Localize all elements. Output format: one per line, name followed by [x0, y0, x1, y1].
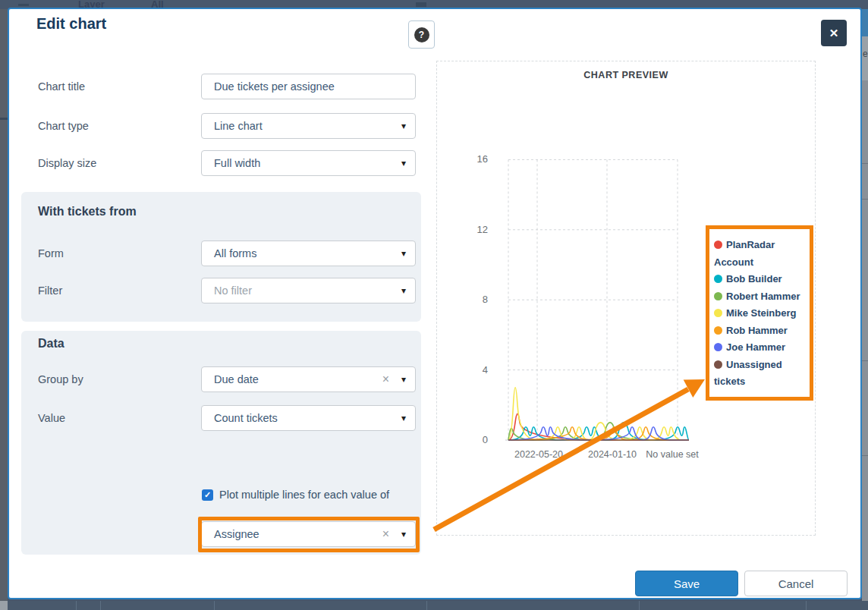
y-axis-tick-label: 0 — [454, 434, 488, 445]
background-fragment — [862, 9, 868, 36]
chevron-down-icon: ▾ — [401, 114, 406, 138]
y-axis-tick-label: 16 — [454, 153, 488, 165]
modal-title: Edit chart — [36, 15, 106, 33]
background-divider — [806, 601, 807, 610]
chart-preview-title: CHART PREVIEW — [436, 70, 816, 80]
legend-label: Unassigned tickets — [714, 359, 782, 388]
plot-multiple-lines-checkbox[interactable]: ✓ — [202, 489, 213, 501]
legend-color-dot — [714, 326, 722, 335]
clear-icon[interactable]: × — [382, 522, 389, 546]
clear-icon[interactable]: × — [382, 367, 389, 391]
assignee-select[interactable]: Assignee × ▾ — [201, 521, 416, 547]
filter-placeholder: No filter — [214, 285, 252, 297]
background-divider — [862, 455, 868, 456]
value-label: Value — [38, 405, 65, 431]
group-by-label: Group by — [38, 366, 83, 392]
chart-legend-highlight-annotation: PlanRadar AccountBob BuilderRobert Hamme… — [706, 225, 813, 401]
chevron-down-icon: ▾ — [401, 406, 406, 430]
background-divider — [0, 118, 8, 120]
legend-label: PlanRadar Account — [714, 239, 775, 268]
chart-title-input[interactable] — [201, 74, 416, 99]
filter-label: Filter — [38, 278, 62, 303]
legend-label: Bob Builder — [726, 273, 782, 285]
legend-item: Joe Hammer — [714, 339, 805, 357]
legend-item: Robert Hammer — [714, 288, 805, 306]
background-icon-fragment — [18, 4, 29, 6]
chart-type-select[interactable]: Line chart ▾ — [201, 113, 416, 139]
form-value: All forms — [214, 247, 256, 259]
value-select[interactable]: Count tickets ▾ — [201, 405, 416, 431]
legend-label: Rob Hammer — [726, 325, 788, 336]
display-size-value: Full width — [214, 157, 260, 169]
cancel-button[interactable]: Cancel — [744, 571, 848, 596]
chevron-down-icon: ▾ — [401, 278, 406, 303]
display-size-label: Display size — [38, 150, 96, 176]
background-divider — [214, 601, 215, 610]
chart-type-value: Line chart — [214, 120, 263, 132]
background-divider — [100, 601, 101, 610]
background-divider — [862, 360, 868, 361]
legend-color-dot — [714, 275, 722, 283]
filter-select[interactable]: No filter ▾ — [201, 278, 416, 303]
chevron-down-icon: ▾ — [401, 151, 406, 175]
y-axis-tick-label: 8 — [454, 294, 488, 305]
background-fragment — [0, 601, 8, 610]
value-value: Count tickets — [214, 412, 278, 424]
background-divider — [76, 601, 77, 610]
x-axis-tick-label: No value set — [627, 449, 718, 460]
plot-multiple-lines-label: Plot multiple lines for each value of — [219, 489, 389, 501]
group-by-select[interactable]: Due date × ▾ — [201, 366, 416, 392]
background-icon-fragment — [416, 2, 426, 7]
legend-label: Joe Hammer — [726, 341, 785, 353]
help-button[interactable]: ? — [408, 20, 435, 49]
y-axis-tick-label: 4 — [454, 364, 488, 376]
legend-item: Mike Steinberg — [714, 305, 805, 322]
cancel-button-label: Cancel — [778, 577, 814, 590]
chevron-down-icon: ▾ — [401, 522, 406, 546]
y-axis-tick-label: 12 — [454, 224, 488, 235]
background-divider — [862, 163, 868, 164]
background-right-strip: e — [862, 9, 868, 601]
legend-color-dot — [714, 309, 722, 317]
screenshot-root: Layer All e Edit chart ? ✕ Chart title C… — [0, 0, 868, 610]
checkmark-icon: ✓ — [204, 490, 211, 499]
legend-color-dot — [714, 292, 722, 300]
background-divider — [639, 601, 640, 610]
chart-title-label: Chart title — [38, 74, 85, 99]
background-divider — [426, 601, 427, 610]
chevron-down-icon: ▾ — [401, 367, 406, 391]
legend-item: Bob Builder — [714, 271, 805, 288]
chevron-down-icon: ▾ — [401, 241, 406, 266]
close-icon: ✕ — [829, 27, 839, 40]
close-button[interactable]: ✕ — [821, 20, 847, 46]
form-label: Form — [38, 241, 64, 266]
question-mark-icon: ? — [414, 27, 429, 42]
legend-item: Rob Hammer — [714, 322, 805, 340]
save-button[interactable]: Save — [635, 571, 738, 596]
with-tickets-from-heading: With tickets from — [38, 205, 137, 219]
legend-label: Robert Hammer — [726, 291, 800, 302]
display-size-select[interactable]: Full width ▾ — [201, 150, 416, 176]
legend-color-dot — [714, 241, 722, 249]
legend-label: Mike Steinberg — [726, 307, 796, 319]
chart-type-label: Chart type — [38, 113, 89, 139]
save-button-label: Save — [674, 577, 700, 590]
legend-item: PlanRadar Account — [714, 237, 805, 271]
assignee-value: Assignee — [214, 528, 259, 540]
background-left-strip — [0, 9, 8, 601]
background-divider — [862, 199, 868, 200]
legend-color-dot — [714, 343, 722, 351]
form-select[interactable]: All forms ▾ — [201, 241, 416, 266]
legend-color-dot — [714, 360, 722, 369]
legend-item: Unassigned tickets — [714, 357, 805, 391]
background-bottom-bar — [0, 601, 868, 610]
background-text-fragment: e — [863, 49, 868, 59]
data-heading: Data — [38, 337, 64, 351]
group-by-value: Due date — [214, 373, 259, 385]
